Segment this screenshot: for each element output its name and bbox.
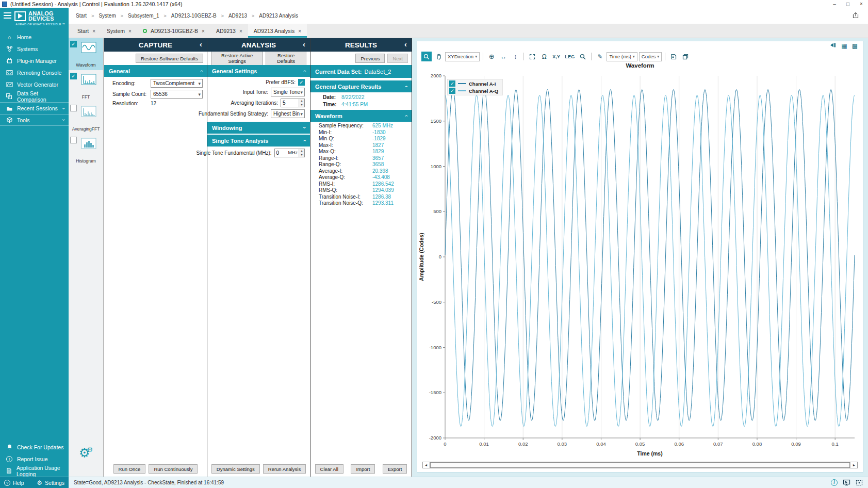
fft-checkbox[interactable]: ✓ [70,73,77,79]
general-capture-results-section[interactable]: General Capture Results › [310,80,412,92]
sidebar-item-usage-logging[interactable]: Application Usage Logging [0,465,69,477]
restore-defaults-button[interactable]: Restore Defaults [266,51,306,66]
hamburger-menu-icon[interactable] [0,10,14,20]
minimize-button[interactable]: – [828,0,841,8]
import-button[interactable]: Import [351,464,375,474]
close-icon[interactable]: × [202,28,205,34]
toolstrip-item-histogram[interactable]: Histogram [69,134,103,166]
fit-height-button[interactable]: ↕ [510,52,520,61]
tab-board[interactable]: AD9213-10GEBZ-B × [137,24,210,38]
series-visibility-checkbox[interactable]: ✓ [449,80,455,87]
tab-analysis[interactable]: AD9213 Analysis × [248,24,307,38]
series-visibility-checkbox[interactable]: ✓ [449,88,455,94]
waveform-svg[interactable]: 00.010.020.030.040.050.060.070.080.090.1… [417,71,863,461]
breadcrumb-analysis[interactable]: AD9213 Analysis [257,12,300,20]
tab-chip[interactable]: AD9213 × [210,24,248,38]
codes-unit-dropdown[interactable]: Codes ▾ [639,52,662,61]
sidebar-item-help[interactable]: ? Help [0,477,28,488]
prefer-dbfs-checkbox[interactable]: ✓ [298,79,305,86]
collapse-chart-panel-icon[interactable] [830,42,837,50]
input-tone-select[interactable]: Single Tone ▾ [271,88,305,96]
waveform-checkbox[interactable]: ✓ [70,41,77,47]
restore-active-settings-button[interactable]: Restore Active Settings [211,51,263,66]
averaging-iterations-stepper[interactable]: ▴ ▾ [281,99,305,107]
remote-display-icon[interactable] [843,479,850,486]
selection-grid-icon[interactable] [856,480,863,486]
sidebar-item-recent-sessions[interactable]: Recent Sessions › [0,102,69,114]
tab-system[interactable]: System × [101,24,137,38]
spin-down-icon[interactable]: ▾ [299,103,304,107]
encoding-select[interactable]: TwosComplement ▾ [151,79,203,88]
xy-values-button[interactable]: X,Y [551,52,562,61]
zoom-mode-button[interactable] [421,52,432,61]
collapse-panel-icon[interactable]: ‹ [303,40,305,48]
fit-grid-icon[interactable]: ▩ [852,42,858,50]
sidebar-item-tools[interactable]: Tools › [0,114,69,126]
scrollbar-thumb[interactable] [430,462,850,468]
info-icon[interactable]: i [831,479,838,486]
waveform-results-section[interactable]: Waveform › [310,110,412,122]
previous-dataset-button[interactable]: Previous [355,54,385,63]
zoom-window-button[interactable] [578,52,588,61]
breadcrumb-start[interactable]: Start [74,12,89,20]
single-tone-analysis-section[interactable]: Single Tone Analysis › [207,135,310,147]
close-icon[interactable]: × [239,28,242,34]
clear-all-button[interactable]: Clear All [315,464,343,474]
scroll-right-icon[interactable]: ► [850,462,857,468]
chart-horizontal-scrollbar[interactable]: ◄ ► [422,462,858,468]
analysis-general-settings-section[interactable]: General Settings › [207,65,310,77]
toolstrip-item-waveform[interactable]: ✓ Waveform [69,38,103,70]
collapse-panel-icon[interactable]: ‹ [200,40,202,48]
sidebar-item-dataset-comparison[interactable]: Data Set Comparison [0,90,69,102]
run-continuously-button[interactable]: Run Continuously [149,464,198,474]
sidebar-item-vector-generator[interactable]: Vector Generator [0,78,69,90]
spin-down-icon[interactable]: ▾ [299,153,304,157]
capture-general-section[interactable]: General › [104,65,207,77]
waveform-plot[interactable]: 00.010.020.030.040.050.060.070.080.090.1… [417,71,863,461]
sample-count-select[interactable]: 65536 ▾ [151,90,203,99]
fundamental-strategy-select[interactable]: Highest Bin ▾ [271,109,305,118]
time-unit-dropdown[interactable]: Time (ms) ▾ [607,52,637,61]
spin-up-icon[interactable]: ▴ [299,149,304,153]
toolstrip-item-fft[interactable]: ✓ FFT [69,70,103,102]
toolstrip-item-averagingfft[interactable]: AveragingFFT [69,102,103,134]
next-dataset-button[interactable]: Next [387,54,408,63]
scroll-left-icon[interactable]: ◄ [423,462,430,468]
grid-view-icon[interactable]: ▦ [841,42,847,50]
collapse-panel-icon[interactable]: ‹ [404,40,407,48]
export-session-icon[interactable] [853,11,861,21]
histogram-checkbox[interactable] [70,137,77,143]
copy-chart-image-icon[interactable] [680,52,691,61]
dynamic-settings-button[interactable]: Dynamic Settings [211,464,260,474]
breadcrumb-system[interactable]: System [96,12,118,20]
sidebar-item-home[interactable]: ⌂ Home [0,31,69,43]
center-view-button[interactable]: ⊕ [486,52,497,61]
legend-toggle-button[interactable]: LEG [563,52,576,61]
sidebar-item-plugin-manager[interactable]: Plug-in Manager [0,55,69,67]
board-settings-gears-icon[interactable]: ⚙⚙ [69,446,103,460]
windowing-section[interactable]: Windowing › [207,122,310,134]
sidebar-item-systems[interactable]: Systems [0,43,69,55]
single-tone-fundamental-input[interactable] [275,149,288,157]
maximize-button[interactable]: □ [841,0,855,8]
fit-all-button[interactable] [527,52,537,61]
restore-software-defaults-button[interactable]: Restore Software Defaults [136,54,203,63]
sidebar-item-report-issue[interactable]: ! Report Issue [0,453,69,465]
pan-mode-button[interactable] [433,52,444,61]
close-icon[interactable]: × [128,28,132,34]
close-icon[interactable]: × [298,28,301,34]
sidebar-item-check-updates[interactable]: Check For Updates [0,441,69,453]
single-tone-fundamental-stepper[interactable]: MHz ▴ ▾ [274,149,305,157]
annotate-button[interactable]: ✎ [595,52,605,61]
averaging-iterations-input[interactable] [281,99,299,107]
sidebar-item-settings[interactable]: ⚙ Settings [32,477,69,488]
run-once-button[interactable]: Run Once [113,464,146,474]
rerun-analysis-button[interactable]: Rerun Analysis [263,464,306,474]
breadcrumb-subsystem[interactable]: Subsystem_1 [126,12,161,20]
averagingfft-checkbox[interactable] [70,105,77,111]
close-button[interactable]: × [855,0,868,8]
spin-up-icon[interactable]: ▴ [299,99,304,103]
xydirection-dropdown[interactable]: XYDirection ▾ [445,52,480,61]
export-chart-data-icon[interactable] [668,52,679,61]
undo-zoom-button[interactable]: Ω [539,52,549,61]
